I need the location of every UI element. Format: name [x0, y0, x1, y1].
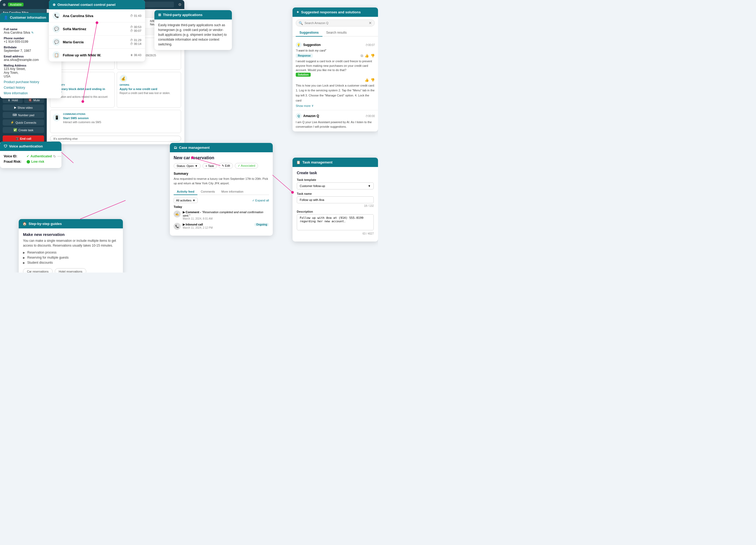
product-purchase-link[interactable]: Product purchase history — [4, 80, 58, 84]
quick-connects-button[interactable]: ⚡ Quick Connects — [3, 119, 44, 126]
third-party-text: Easily integrate third-party application… — [158, 23, 228, 47]
voice-auth-card: 🛡 Voice authentication Voice ID: ✓ Authe… — [0, 142, 61, 168]
more-icon[interactable]: ⋯ — [57, 154, 61, 158]
sms-icon: 📱 — [53, 114, 60, 121]
amazon-q-time: ⏱00:00 — [365, 115, 375, 118]
tab-search-results[interactable]: Search results — [322, 29, 350, 36]
contact-history-link[interactable]: Contact history — [4, 86, 58, 89]
description-textarea[interactable]: Follow up with Ana at (914) 555-0199 reg… — [297, 214, 374, 230]
solution-actions: 👍 👎 — [296, 78, 375, 82]
voice-id-value: Authenticated — [30, 154, 52, 158]
contact-item-ana[interactable]: 📞 Ana Carolina Silva ⏱01:43 — [49, 9, 145, 22]
contact-item-maria[interactable]: 💬 Maria Garcia ⏱01:29 ⏱00:14 — [49, 36, 145, 49]
logo-icon: ⊕ — [3, 2, 6, 7]
arrow-icon: ▶ — [23, 261, 25, 264]
show-video-button[interactable]: ▶ Show video — [3, 104, 44, 111]
address-label: Mailing Address — [4, 64, 58, 67]
video-icon: ▶ — [14, 106, 16, 109]
create-task-button[interactable]: ✅ Create task — [3, 127, 44, 133]
end-call-button[interactable]: 📵 End call — [3, 135, 44, 142]
guide-desc: You can make a single reservation or inc… — [23, 238, 119, 248]
clear-search-icon[interactable]: ✕ — [369, 21, 372, 25]
its-something-else-button[interactable]: It's something else — [50, 136, 181, 142]
guide-icon: 🏠 — [22, 222, 27, 226]
suggestion-item: 💡 Suggestion ⏱00:07 "I want to lock my c… — [293, 39, 378, 110]
suggested-card: ✦ Suggested responses and solutions 🔍 ✕ … — [293, 7, 378, 131]
guide-list-item-2[interactable]: ▶ Reserving for multiple guests — [23, 256, 119, 259]
suggestion-icon: 💡 — [296, 42, 302, 48]
search-icon: 🔍 — [299, 21, 303, 25]
copy-icon[interactable]: ⧉ — [361, 54, 363, 58]
contact-name: Maria Garcia — [63, 40, 84, 44]
voice-id-status: ✓ — [26, 154, 29, 158]
refresh-icon[interactable]: ↻ — [53, 154, 56, 158]
contact-item-nikki[interactable]: 📋 Follow up with Nikki W. ⏸06:43 — [49, 49, 145, 61]
summary-text: Ana requested to reserve a luxury car fr… — [174, 177, 269, 185]
thumbs-up-icon[interactable]: 👍 — [365, 54, 369, 58]
case-mgmt-card: 🗂 Case management New car reservation St… — [170, 143, 273, 236]
search-input[interactable] — [305, 21, 367, 25]
amazon-q-search[interactable]: 🔍 ✕ — [296, 20, 375, 26]
more-info-link[interactable]: More information — [4, 91, 58, 95]
today-label: Today — [174, 205, 269, 208]
sol-thumbs-down-icon[interactable]: 👎 — [371, 78, 375, 82]
sparkle-icon: ✦ — [296, 10, 299, 14]
suggestion-quote: "I want to lock my card" — [296, 49, 375, 52]
case-title: New car reservation — [174, 155, 269, 160]
status-badge[interactable]: Available — [8, 3, 24, 6]
case-actions: Status: Open ▼ + Task ✎ Edit ✓ Associate… — [174, 163, 269, 169]
contact-name: Ana Carolina Silva — [63, 14, 93, 18]
car-reservations-button[interactable]: Car reservations — [23, 268, 53, 273]
description-char-count: 63 / 4027 — [297, 232, 374, 235]
activity-filter[interactable]: All activities ▼ — [174, 198, 198, 203]
template-select[interactable]: Customer follow-up ▼ — [297, 182, 374, 189]
case-mgmt-header: 🗂 Case management — [170, 143, 273, 152]
sol-thumbs-up-icon[interactable]: 👍 — [365, 78, 369, 82]
contact-name: Follow up with Nikki W. — [63, 53, 101, 57]
suggestion-tabs: Suggestions Search results — [293, 29, 378, 37]
status-button[interactable]: Status: Open ▼ — [174, 163, 201, 169]
amazon-q-text: I am Q your Live Assistant powered by AI… — [296, 120, 375, 129]
contact-item-sofia[interactable]: 💬 Sofía Martinez ⏱00:53 ⏱00:07 — [49, 22, 145, 36]
connect-icon: ⚡ — [10, 121, 14, 124]
associated-button[interactable]: ✓ Associated — [235, 163, 258, 169]
edit-name-icon[interactable]: ✎ — [31, 31, 34, 34]
activity-inbound: 📞 ▶ Inbound call Ongoing March 11, 2024,… — [174, 223, 269, 230]
guide-list-item-3[interactable]: ▶ Student discounts — [23, 261, 119, 264]
hotel-reservations-button[interactable]: Hotel reservations — [55, 268, 87, 273]
person-icon: 👤 — [4, 15, 8, 20]
task-name-input[interactable] — [297, 196, 374, 203]
edit-button[interactable]: ✎ Edit — [219, 163, 233, 169]
chat-icon-2: 💬 — [53, 38, 60, 46]
settings-icon[interactable]: ⚙ — [178, 2, 182, 7]
template-label: Task template — [297, 178, 374, 181]
thumbs-down-icon[interactable]: 👎 — [371, 54, 375, 58]
number-pad-button[interactable]: ⌨ Number pad — [3, 112, 44, 118]
ki-sms[interactable]: 📱 Communications Start SMS session Inter… — [50, 110, 181, 133]
contact-time: ⏸06:43 — [130, 53, 141, 57]
voice-id-label: Voice ID: — [4, 154, 25, 158]
tab-comments[interactable]: Comments — [197, 189, 218, 194]
offer-icon: 💰 — [120, 75, 127, 82]
third-party-header: ⊞ Third-party applications — [154, 10, 232, 20]
task-button[interactable]: + Task — [202, 163, 217, 169]
tab-activity-feed[interactable]: Activity feed — [174, 189, 197, 195]
numpad-icon: ⌨ — [13, 113, 17, 117]
tab-more-info[interactable]: More information — [218, 189, 247, 194]
svg-line-2 — [272, 175, 293, 192]
fraud-risk-value: ⬤ — [26, 160, 30, 163]
task-mgmt-card: 📋 Task management Create task Task templ… — [293, 158, 378, 242]
tab-suggestions[interactable]: Suggestions — [296, 29, 322, 37]
chevron-down-icon: ▼ — [195, 164, 198, 168]
activity-comment: ✍ ▶ Comment - "Reservation completed and… — [174, 211, 269, 220]
ki-credit-card[interactable]: 💰 Offers Apply for a new credit card Rep… — [117, 72, 181, 108]
comment-content: ▶ Comment - "Reservation completed and e… — [183, 211, 269, 220]
show-more-button[interactable]: Show more ∨ — [296, 104, 375, 107]
solution-badge: Solution — [296, 73, 311, 77]
filter-row: All activities ▼ ✓ Expand all — [174, 198, 269, 203]
guide-list-item-1[interactable]: ▶ Reservation process — [23, 251, 119, 254]
svg-line-3 — [80, 200, 126, 219]
expand-all-button[interactable]: ✓ Expand all — [252, 199, 269, 202]
mute-icon: 🔇 — [28, 98, 32, 102]
task-name-label: Task name — [297, 192, 374, 195]
